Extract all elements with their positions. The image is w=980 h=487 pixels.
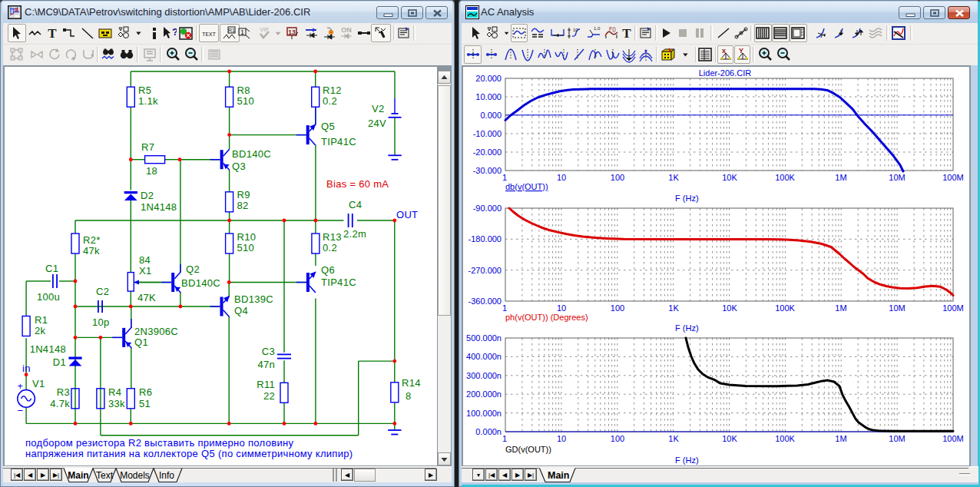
svg-text:100M: 100M [942, 434, 964, 443]
svg-text:-20.000: -20.000 [473, 147, 502, 157]
svg-text:R11: R11 [257, 379, 275, 390]
svg-text:2.2m: 2.2m [343, 228, 366, 240]
svg-text:-30.000: -30.000 [473, 166, 502, 175]
svg-text:D2: D2 [141, 190, 154, 201]
svg-text:-270.000: -270.000 [468, 266, 502, 275]
svg-text:47n: 47n [257, 359, 275, 370]
svg-text:84: 84 [139, 254, 151, 266]
svg-text:10: 10 [557, 434, 566, 443]
svg-text:BD140C: BD140C [181, 277, 220, 289]
svg-text:V2: V2 [372, 103, 385, 114]
svg-text:100K: 100K [775, 434, 795, 443]
svg-text:10M: 10M [889, 173, 905, 182]
svg-text:in: in [22, 363, 31, 374]
svg-text:0.2: 0.2 [323, 242, 337, 253]
svg-text:F (Hz): F (Hz) [675, 323, 699, 333]
svg-text:1K: 1K [668, 303, 679, 313]
svg-text:R12: R12 [323, 84, 342, 96]
svg-text:R1: R1 [35, 314, 48, 326]
svg-text:1M: 1M [835, 303, 846, 313]
svg-text:1K: 1K [668, 173, 679, 182]
svg-text:1: 1 [502, 434, 507, 443]
svg-text:510: 510 [237, 95, 255, 107]
svg-text:R13: R13 [323, 231, 342, 243]
svg-text:T: T [622, 26, 631, 41]
svg-text:Main: Main [68, 470, 88, 481]
svg-text:Text: Text [96, 470, 114, 481]
svg-text:2N3906C: 2N3906C [134, 326, 178, 337]
svg-text:D1: D1 [53, 356, 66, 368]
svg-text:+: + [18, 381, 23, 392]
svg-text:X1: X1 [139, 265, 152, 277]
svg-text:100M: 100M [942, 173, 964, 182]
svg-text:2k: 2k [35, 325, 46, 336]
svg-text:47k: 47k [83, 245, 100, 257]
svg-text:db(v(OUT)): db(v(OUT)) [505, 182, 548, 191]
svg-text:-360.000: -360.000 [468, 297, 502, 306]
svg-text:R7: R7 [141, 141, 154, 153]
svg-text:C2: C2 [96, 286, 109, 297]
svg-text:500.000n: 500.000n [466, 333, 502, 343]
svg-text:10K: 10K [722, 303, 737, 313]
svg-text:GD(v(OUT)): GD(v(OUT)) [505, 445, 551, 454]
svg-text:10p: 10p [92, 316, 110, 328]
svg-text:R6: R6 [139, 386, 152, 398]
svg-text:33k: 33k [108, 398, 125, 409]
svg-text:1K: 1K [668, 434, 679, 443]
svg-text:OUT: OUT [396, 209, 418, 220]
svg-text:C3: C3 [262, 346, 275, 357]
svg-text:Main: Main [548, 470, 569, 481]
svg-text:BD139C: BD139C [234, 293, 273, 305]
svg-text:10K: 10K [722, 434, 737, 443]
svg-text:1.0: 1.0 [594, 26, 601, 31]
svg-text:400.000n: 400.000n [466, 352, 502, 361]
svg-text:100: 100 [611, 434, 624, 443]
svg-text:20.000: 20.000 [475, 74, 502, 83]
svg-text:R8: R8 [237, 84, 250, 96]
svg-text:51: 51 [139, 398, 151, 409]
svg-text:R5: R5 [138, 84, 151, 96]
svg-text:82: 82 [237, 200, 249, 211]
svg-text:−: − [18, 405, 24, 416]
svg-text:Models: Models [120, 470, 150, 481]
svg-text:R9: R9 [237, 189, 250, 200]
svg-text:1N4148: 1N4148 [141, 201, 177, 213]
svg-text:R4: R4 [108, 386, 121, 398]
svg-text:100u: 100u [37, 291, 60, 303]
svg-text:-10.000: -10.000 [473, 129, 502, 138]
svg-text:Q1: Q1 [134, 336, 148, 348]
svg-text:100K: 100K [775, 303, 795, 313]
svg-text:1M: 1M [835, 173, 846, 182]
svg-text:Q5: Q5 [321, 121, 335, 132]
svg-text:-90.000: -90.000 [473, 204, 502, 213]
svg-text:Info: Info [159, 470, 174, 481]
svg-text:Lider-206.CIR: Lider-206.CIR [699, 68, 752, 78]
svg-text:10: 10 [573, 28, 578, 32]
svg-text:F (Hz): F (Hz) [675, 194, 699, 203]
svg-text:22: 22 [263, 390, 275, 402]
svg-text:0.000n: 0.000n [475, 427, 502, 436]
svg-text:C4: C4 [349, 199, 362, 210]
svg-text:8: 8 [406, 390, 412, 402]
svg-text:100K: 100K [775, 173, 795, 182]
svg-text:10.000: 10.000 [475, 92, 502, 101]
svg-text:1.1k: 1.1k [138, 95, 158, 107]
svg-text:Bias = 60 mA: Bias = 60 mA [326, 178, 389, 190]
svg-text:-180.000: -180.000 [468, 234, 502, 244]
svg-text:TIP41C: TIP41C [321, 136, 356, 147]
svg-text:0.000: 0.000 [480, 111, 502, 120]
svg-text:10: 10 [557, 303, 566, 313]
svg-text:ph(v(OUT)) (Degrees): ph(v(OUT)) (Degrees) [505, 313, 588, 322]
svg-text:напряжения питания на коллекто: напряжения питания на коллекторе Q5 (по … [25, 448, 353, 459]
svg-text:C1: C1 [45, 263, 58, 274]
svg-text:100M: 100M [942, 303, 964, 313]
svg-text:F(): F() [609, 26, 616, 32]
svg-text:1: 1 [502, 173, 507, 182]
svg-text:24V: 24V [368, 118, 386, 129]
svg-text:1N4148: 1N4148 [30, 343, 66, 355]
svg-text:Q6: Q6 [321, 264, 335, 276]
svg-text:Q3: Q3 [232, 161, 246, 172]
svg-text:1: 1 [502, 303, 507, 313]
svg-text:47K: 47K [137, 292, 156, 303]
svg-text:Q4: Q4 [234, 305, 248, 316]
